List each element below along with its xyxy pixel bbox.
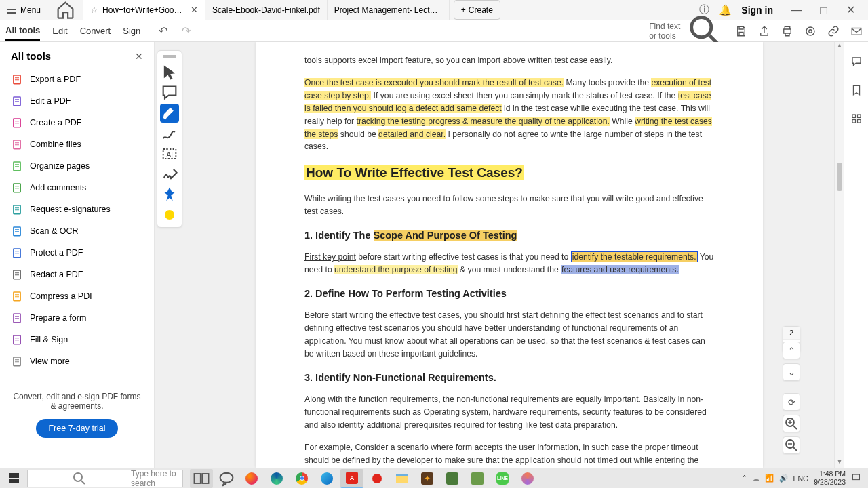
tab-label: How+to+Write+Good+T...	[102, 5, 184, 15]
sidebar-item[interactable]: Combine files	[7, 134, 147, 155]
share-icon[interactable]	[758, 25, 770, 37]
taskbar-search[interactable]: Type here to search	[27, 470, 183, 487]
record-icon[interactable]	[366, 469, 389, 488]
tray-onedrive-icon[interactable]: ☁	[752, 474, 760, 483]
create-button[interactable]: + Create	[454, 0, 500, 20]
tray-wifi-icon[interactable]: 📶	[765, 474, 774, 483]
panel-grid-icon[interactable]	[850, 113, 863, 125]
scroll-up-icon[interactable]: ▲	[835, 42, 844, 52]
save-icon[interactable]	[735, 25, 747, 37]
tab-edit[interactable]: Edit	[52, 20, 67, 41]
trial-button[interactable]: Free 7-day trial	[36, 419, 117, 438]
vertical-scrollbar[interactable]: ▲ ▼	[834, 42, 844, 468]
zoom-out-button[interactable]	[783, 436, 800, 454]
panel-comments-icon[interactable]	[850, 56, 863, 68]
tray-chevron-icon[interactable]: ˄	[743, 474, 747, 483]
taskbar: Type here to search A ✦ LINE ˄ ☁ 📶 🔊 ENG…	[0, 468, 868, 488]
heading-3: 1. Identify The Scope And Purpose Of Tes…	[304, 228, 714, 243]
app-icon-2[interactable]	[441, 469, 464, 488]
chat-icon[interactable]	[215, 469, 238, 488]
acrobat-icon[interactable]: A	[340, 469, 363, 488]
app-icon-3[interactable]	[466, 469, 489, 488]
paragraph: Once the test case is executed you shoul…	[304, 77, 714, 153]
rotate-button[interactable]: ⟳	[783, 393, 800, 411]
tray-notifications-icon[interactable]	[851, 472, 861, 484]
textbox-icon[interactable]: A|	[160, 144, 179, 163]
print-icon[interactable]	[781, 25, 793, 37]
tab-label: Scale-Ebook-David-Finkel.pdf	[212, 5, 320, 15]
undo-icon[interactable]: ↶	[157, 25, 169, 37]
sidebar-item-label: Protect a PDF	[30, 248, 83, 258]
sidebar-item[interactable]: Organize pages	[7, 155, 147, 177]
tray-lang[interactable]: ENG	[793, 474, 809, 483]
sidebar-item[interactable]: Fill & Sign	[7, 329, 147, 350]
promo-text: Convert, edit and e-sign PDF forms & agr…	[7, 392, 147, 411]
zoom-in-button[interactable]	[783, 415, 800, 432]
tool-icon	[11, 73, 23, 85]
nav-down-button[interactable]: ⌄	[783, 363, 800, 381]
tab-active[interactable]: ☆ How+to+Write+Good+T... ✕	[83, 0, 205, 20]
tray-volume-icon[interactable]: 🔊	[779, 474, 788, 483]
task-view-icon[interactable]	[190, 469, 213, 488]
sidebar-item[interactable]: Request e-signatures	[7, 199, 147, 220]
ai-icon[interactable]	[804, 25, 816, 37]
sidebar-item[interactable]: View more	[7, 350, 147, 372]
sidebar-item[interactable]: Redact a PDF	[7, 264, 147, 285]
tray-clock[interactable]: 1:48 PM 9/28/2023	[814, 470, 846, 486]
sidebar-divider	[7, 382, 147, 382]
tool-icon	[11, 117, 23, 129]
close-icon[interactable]: ✕	[191, 5, 198, 15]
tab-all-tools[interactable]: All tools	[5, 20, 40, 41]
sidebar-item-label: Organize pages	[30, 161, 90, 171]
mail-icon[interactable]	[850, 25, 863, 37]
sidebar-item[interactable]: Create a PDF	[7, 112, 147, 134]
redo-icon[interactable]: ↷	[180, 25, 192, 37]
color-picker[interactable]	[160, 205, 179, 224]
tab-sign[interactable]: Sign	[123, 20, 140, 41]
start-button[interactable]	[0, 468, 27, 488]
sidebar-close-icon[interactable]: ✕	[135, 51, 143, 62]
tab-2[interactable]: Project Management- Lecture 2...	[328, 0, 450, 20]
app-icon-4[interactable]	[516, 469, 539, 488]
sidebar-item[interactable]: Protect a PDF	[7, 242, 147, 264]
sidebar-item[interactable]: Prepare a form	[7, 307, 147, 329]
tab-convert[interactable]: Convert	[80, 20, 111, 41]
panel-bookmark-icon[interactable]	[850, 84, 863, 96]
comment-icon[interactable]	[160, 83, 179, 102]
sidebar-item[interactable]: Compress a PDF	[7, 285, 147, 307]
line-icon[interactable]: LINE	[491, 469, 514, 488]
menu-button[interactable]: Menu	[0, 5, 47, 15]
edge-icon[interactable]	[265, 469, 288, 488]
scroll-thumb[interactable]	[837, 163, 842, 191]
explorer-icon[interactable]	[391, 469, 414, 488]
sidebar-item[interactable]: Scan & OCR	[7, 220, 147, 242]
highlighter-icon[interactable]	[160, 104, 179, 123]
sidebar-item[interactable]: Export a PDF	[7, 68, 147, 90]
paragraph: While writing the test cases you need to…	[304, 192, 714, 218]
sidebar-item[interactable]: Add comments	[7, 177, 147, 199]
doc-viewport[interactable]: tools supports excel import feature, so …	[184, 42, 834, 468]
svg-line-26	[793, 447, 797, 451]
pdf-page: tools supports excel import feature, so …	[256, 42, 763, 468]
tool-icon	[11, 355, 23, 367]
tool-icon	[11, 203, 23, 216]
browser-icon[interactable]	[315, 469, 338, 488]
link-icon[interactable]	[827, 25, 840, 37]
firefox-icon[interactable]	[240, 469, 263, 488]
sidebar-item-label: Edit a PDF	[30, 96, 71, 106]
heading-3: 3. Identify Non-Functional Requirements.	[304, 370, 714, 385]
grip-icon[interactable]	[163, 55, 176, 58]
page-current[interactable]: 2	[783, 327, 800, 340]
chrome-icon[interactable]	[290, 469, 313, 488]
sidebar-title: All tools	[11, 50, 51, 62]
signature-icon[interactable]	[160, 165, 179, 184]
cursor-icon[interactable]	[160, 63, 179, 82]
nav-up-button[interactable]: ⌃	[783, 342, 800, 359]
pin-icon[interactable]	[160, 185, 179, 204]
app-icon-1[interactable]: ✦	[416, 469, 439, 488]
home-button[interactable]	[47, 0, 83, 20]
scroll-down-icon[interactable]: ▼	[835, 458, 844, 468]
tab-1[interactable]: Scale-Ebook-David-Finkel.pdf	[205, 0, 328, 20]
draw-icon[interactable]	[160, 124, 179, 143]
sidebar-item[interactable]: Edit a PDF	[7, 90, 147, 112]
